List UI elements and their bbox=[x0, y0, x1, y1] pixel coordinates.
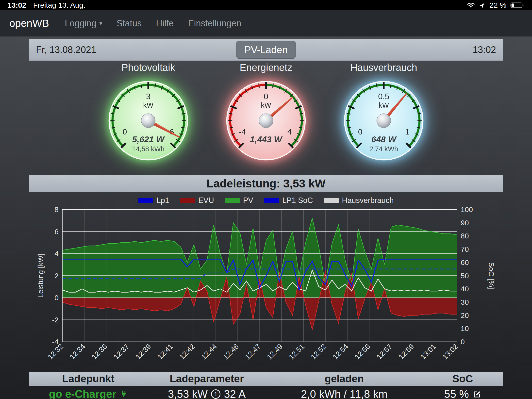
charge-current: 32 A bbox=[224, 388, 246, 399]
table-header: Ladepunkt Ladeparameter geladen SoC bbox=[29, 372, 503, 386]
svg-text:12:54: 12:54 bbox=[331, 342, 350, 361]
legend-item-evu: EVU bbox=[180, 196, 214, 205]
legend-label: EVU bbox=[198, 196, 214, 205]
svg-text:12:59: 12:59 bbox=[397, 342, 416, 361]
col-ladeparameter: Ladeparameter bbox=[148, 373, 266, 385]
wifi-icon bbox=[466, 2, 475, 9]
charge-mode-button[interactable]: PV-Laden bbox=[236, 41, 296, 59]
pencil-square-icon bbox=[472, 390, 481, 399]
battery-percent: 22 % bbox=[490, 1, 506, 9]
header-time: 13:02 bbox=[296, 45, 496, 55]
charge-parameters: 3,53 kW 1 32 A bbox=[148, 388, 266, 399]
svg-text:0: 0 bbox=[461, 338, 465, 346]
svg-text:12:36: 12:36 bbox=[90, 342, 109, 361]
nav-items: Logging ▾ Status Hilfe Einstellungen bbox=[65, 18, 241, 29]
chart-legend: Lp1EVUPVLP1 SoCHausverbrauch bbox=[29, 196, 503, 205]
svg-text:14,58 kWh: 14,58 kWh bbox=[132, 145, 165, 153]
nav-item-hilfe[interactable]: Hilfe bbox=[156, 18, 174, 29]
svg-text:12:51: 12:51 bbox=[287, 342, 306, 361]
svg-text:70: 70 bbox=[461, 245, 469, 253]
status-date: Freitag 13. Aug. bbox=[33, 1, 85, 9]
svg-text:3: 3 bbox=[146, 92, 150, 101]
openwb-dashboard: 13:02 Freitag 13. Aug. 22 % openWB bbox=[0, 0, 532, 399]
svg-text:12:44: 12:44 bbox=[200, 342, 218, 361]
col-geladen: geladen bbox=[266, 373, 422, 385]
edit-soc-button[interactable] bbox=[472, 390, 481, 399]
main-content: Fr, 13.08.2021 PV-Laden 13:02 Photovolta… bbox=[0, 36, 532, 399]
svg-text:0: 0 bbox=[358, 127, 363, 136]
col-ladepunkt: Ladepunkt bbox=[29, 373, 148, 385]
charge-power: 3,53 kW bbox=[168, 388, 208, 399]
svg-text:12:47: 12:47 bbox=[243, 342, 262, 361]
gauge-block-hausverbrauch: Hausverbrauch 0.5kW01648 W2,74 kWh bbox=[325, 62, 443, 169]
svg-text:kW: kW bbox=[379, 101, 389, 109]
status-bar-right: 22 % bbox=[466, 1, 525, 9]
soc-cell: 55 % bbox=[422, 388, 503, 399]
svg-text:13:01: 13:01 bbox=[419, 342, 437, 361]
svg-text:13:02: 13:02 bbox=[441, 342, 459, 361]
location-arrow-icon bbox=[479, 2, 486, 8]
energienetz-gauge: 0kW-441,443 W bbox=[219, 74, 313, 169]
svg-text:10: 10 bbox=[461, 324, 469, 332]
legend-item-lp1: Lp1 bbox=[138, 196, 169, 205]
gauge-title-energienetz: Energienetz bbox=[240, 62, 292, 73]
svg-text:12:57: 12:57 bbox=[375, 342, 394, 361]
svg-text:6: 6 bbox=[54, 228, 59, 236]
chargepoint-label: go e-Charger bbox=[49, 388, 116, 399]
gauge-title-hausverbrauch: Hausverbrauch bbox=[350, 62, 417, 73]
legend-label: LP1 SoC bbox=[282, 196, 313, 205]
svg-text:40: 40 bbox=[461, 285, 469, 293]
legend-item-hausverbrauch: Hausverbrauch bbox=[324, 196, 394, 205]
svg-text:50: 50 bbox=[461, 272, 469, 280]
legend-color-box bbox=[264, 198, 279, 203]
gauge-block-photovoltaik: Photovoltaik 3kW065,621 W14,58 kWh bbox=[89, 62, 207, 169]
plug-icon bbox=[120, 390, 128, 398]
legend-item-pv: PV bbox=[225, 196, 253, 205]
charged-energy: 2,0 kWh / 11,8 km bbox=[266, 388, 422, 399]
brand-openwb[interactable]: openWB bbox=[9, 17, 49, 29]
table-row: go e-Charger 3,53 kW 1 32 A 2,0 kWh / 11… bbox=[29, 386, 503, 399]
svg-text:4: 4 bbox=[54, 249, 59, 258]
svg-text:5,621 W: 5,621 W bbox=[132, 134, 165, 144]
navbar: openWB Logging ▾ Status Hilfe Einstellun… bbox=[0, 10, 532, 36]
nav-item-einstellungen[interactable]: Einstellungen bbox=[188, 18, 241, 29]
svg-text:12:41: 12:41 bbox=[156, 342, 174, 361]
svg-text:12:42: 12:42 bbox=[178, 342, 196, 361]
svg-text:80: 80 bbox=[461, 232, 469, 240]
svg-text:12:46: 12:46 bbox=[221, 342, 240, 361]
svg-text:0.5: 0.5 bbox=[378, 92, 389, 101]
nav-item-logging[interactable]: Logging ▾ bbox=[65, 18, 102, 29]
header-bar: Fr, 13.08.2021 PV-Laden 13:02 bbox=[29, 39, 503, 61]
power-chart: 86420-2-4100908070605040302010012:3212:3… bbox=[29, 206, 503, 369]
legend-label: PV bbox=[243, 196, 253, 205]
svg-text:Leistung [kW]: Leistung [kW] bbox=[36, 253, 45, 298]
svg-text:90: 90 bbox=[461, 219, 469, 227]
power-chart-svg: 86420-2-4100908070605040302010012:3212:3… bbox=[34, 206, 498, 369]
nav-item-status[interactable]: Status bbox=[116, 18, 142, 29]
gauge-title-photovoltaik: Photovoltaik bbox=[121, 62, 175, 73]
status-bar-left: 13:02 Freitag 13. Aug. bbox=[7, 1, 85, 9]
phase-count-icon: 1 bbox=[211, 389, 220, 399]
gauges-row: Photovoltaik 3kW065,621 W14,58 kWh Energ… bbox=[29, 62, 503, 169]
svg-text:60: 60 bbox=[461, 258, 469, 266]
svg-text:648 W: 648 W bbox=[371, 134, 397, 144]
svg-text:kW: kW bbox=[261, 101, 271, 109]
svg-text:12:56: 12:56 bbox=[353, 342, 372, 361]
svg-text:2: 2 bbox=[54, 272, 59, 280]
legend-color-box bbox=[225, 198, 240, 203]
svg-text:1: 1 bbox=[405, 127, 410, 136]
battery-icon bbox=[510, 2, 525, 9]
charge-power-banner: Ladeleistung: 3,53 kW bbox=[29, 175, 503, 192]
svg-text:30: 30 bbox=[461, 298, 469, 306]
legend-color-box bbox=[138, 198, 153, 203]
svg-text:0: 0 bbox=[123, 127, 127, 136]
svg-text:-4: -4 bbox=[239, 127, 246, 136]
svg-text:12:52: 12:52 bbox=[309, 342, 328, 361]
svg-text:SoC [%]: SoC [%] bbox=[487, 262, 496, 289]
svg-text:12:37: 12:37 bbox=[112, 342, 131, 361]
chevron-down-icon: ▾ bbox=[99, 20, 102, 26]
svg-text:12:49: 12:49 bbox=[265, 342, 284, 361]
chargepoint-name: go e-Charger bbox=[29, 388, 148, 399]
svg-text:12:34: 12:34 bbox=[68, 342, 87, 361]
legend-label: Lp1 bbox=[156, 196, 169, 205]
